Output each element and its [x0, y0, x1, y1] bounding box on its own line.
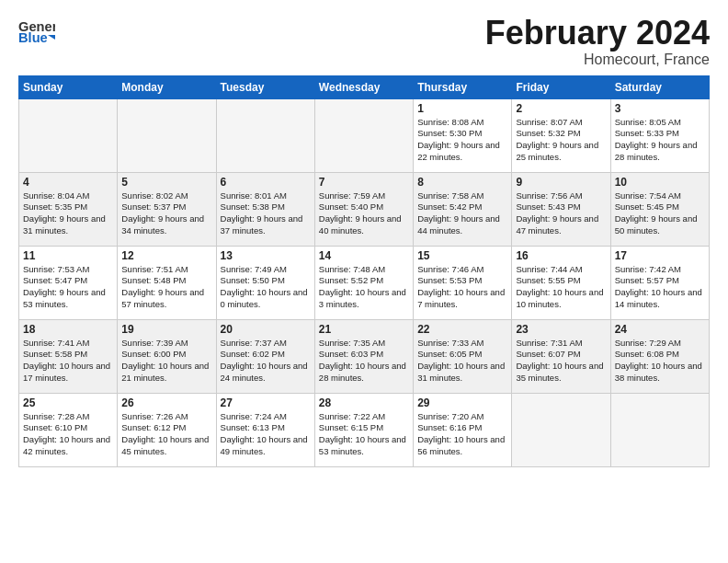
cell-info: Sunrise: 7:42 AM Sunset: 5:57 PM Dayligh… [615, 264, 705, 311]
calendar-cell: 8Sunrise: 7:58 AM Sunset: 5:42 PM Daylig… [414, 172, 512, 246]
day-number: 19 [121, 323, 211, 336]
location: Homecourt, France [485, 52, 710, 68]
day-number: 6 [221, 176, 311, 189]
logo-svg: General Blue [18, 15, 55, 52]
calendar-cell: 24Sunrise: 7:29 AM Sunset: 6:08 PM Dayli… [610, 319, 709, 393]
calendar-cell: 15Sunrise: 7:46 AM Sunset: 5:53 PM Dayli… [414, 246, 512, 319]
day-number: 20 [221, 323, 311, 336]
calendar-week-row: 25Sunrise: 7:28 AM Sunset: 6:10 PM Dayli… [19, 393, 710, 466]
cell-info: Sunrise: 8:05 AM Sunset: 5:33 PM Dayligh… [615, 117, 705, 164]
cell-info: Sunrise: 7:22 AM Sunset: 6:15 PM Dayligh… [319, 411, 409, 458]
cell-info: Sunrise: 7:44 AM Sunset: 5:55 PM Dayligh… [516, 264, 606, 311]
calendar-cell: 16Sunrise: 7:44 AM Sunset: 5:55 PM Dayli… [512, 246, 610, 319]
calendar-header-friday: Friday [512, 75, 610, 98]
calendar-cell: 7Sunrise: 7:59 AM Sunset: 5:40 PM Daylig… [314, 172, 413, 246]
day-number: 10 [615, 176, 705, 189]
calendar-cell: 23Sunrise: 7:31 AM Sunset: 6:07 PM Dayli… [512, 319, 610, 393]
cell-info: Sunrise: 7:37 AM Sunset: 6:02 PM Dayligh… [221, 338, 311, 385]
day-number: 2 [516, 102, 606, 115]
calendar-cell: 17Sunrise: 7:42 AM Sunset: 5:57 PM Dayli… [610, 246, 709, 319]
calendar-cell: 14Sunrise: 7:48 AM Sunset: 5:52 PM Dayli… [314, 246, 413, 319]
cell-info: Sunrise: 7:48 AM Sunset: 5:52 PM Dayligh… [319, 264, 409, 311]
cell-info: Sunrise: 7:49 AM Sunset: 5:50 PM Dayligh… [221, 264, 311, 311]
calendar-cell: 25Sunrise: 7:28 AM Sunset: 6:10 PM Dayli… [19, 393, 118, 466]
calendar-cell [216, 98, 314, 172]
calendar-cell: 4Sunrise: 8:04 AM Sunset: 5:35 PM Daylig… [19, 172, 118, 246]
cell-info: Sunrise: 7:39 AM Sunset: 6:00 PM Dayligh… [121, 338, 211, 385]
day-number: 4 [23, 176, 113, 189]
calendar-week-row: 1Sunrise: 8:08 AM Sunset: 5:30 PM Daylig… [19, 98, 710, 172]
day-number: 24 [615, 323, 705, 336]
day-number: 23 [516, 323, 606, 336]
calendar-week-row: 11Sunrise: 7:53 AM Sunset: 5:47 PM Dayli… [19, 246, 710, 319]
calendar-header-monday: Monday [118, 75, 216, 98]
day-number: 25 [23, 396, 113, 409]
cell-info: Sunrise: 8:02 AM Sunset: 5:37 PM Dayligh… [121, 190, 211, 237]
day-number: 14 [319, 249, 409, 262]
calendar-cell: 9Sunrise: 7:56 AM Sunset: 5:43 PM Daylig… [512, 172, 610, 246]
calendar-cell: 6Sunrise: 8:01 AM Sunset: 5:38 PM Daylig… [216, 172, 314, 246]
title-section: February 2024 Homecourt, France [485, 15, 710, 68]
calendar-header-saturday: Saturday [610, 75, 709, 98]
day-number: 12 [121, 249, 211, 262]
cell-info: Sunrise: 7:53 AM Sunset: 5:47 PM Dayligh… [23, 264, 113, 311]
cell-info: Sunrise: 7:24 AM Sunset: 6:13 PM Dayligh… [221, 411, 311, 458]
cell-info: Sunrise: 8:07 AM Sunset: 5:32 PM Dayligh… [516, 117, 606, 164]
cell-info: Sunrise: 7:35 AM Sunset: 6:03 PM Dayligh… [319, 338, 409, 385]
calendar-cell: 2Sunrise: 8:07 AM Sunset: 5:32 PM Daylig… [512, 98, 610, 172]
calendar-week-row: 4Sunrise: 8:04 AM Sunset: 5:35 PM Daylig… [19, 172, 710, 246]
cell-info: Sunrise: 8:08 AM Sunset: 5:30 PM Dayligh… [417, 117, 507, 164]
calendar-cell: 10Sunrise: 7:54 AM Sunset: 5:45 PM Dayli… [610, 172, 709, 246]
calendar-cell: 18Sunrise: 7:41 AM Sunset: 5:58 PM Dayli… [19, 319, 118, 393]
calendar-cell: 26Sunrise: 7:26 AM Sunset: 6:12 PM Dayli… [118, 393, 216, 466]
cell-info: Sunrise: 7:41 AM Sunset: 5:58 PM Dayligh… [23, 338, 113, 385]
calendar-cell: 11Sunrise: 7:53 AM Sunset: 5:47 PM Dayli… [19, 246, 118, 319]
calendar-cell: 19Sunrise: 7:39 AM Sunset: 6:00 PM Dayli… [118, 319, 216, 393]
calendar-cell: 20Sunrise: 7:37 AM Sunset: 6:02 PM Dayli… [216, 319, 314, 393]
calendar-cell: 27Sunrise: 7:24 AM Sunset: 6:13 PM Dayli… [216, 393, 314, 466]
cell-info: Sunrise: 7:31 AM Sunset: 6:07 PM Dayligh… [516, 338, 606, 385]
cell-info: Sunrise: 8:04 AM Sunset: 5:35 PM Dayligh… [23, 190, 113, 237]
month-title: February 2024 [485, 15, 710, 52]
day-number: 22 [417, 323, 507, 336]
calendar-cell: 22Sunrise: 7:33 AM Sunset: 6:05 PM Dayli… [414, 319, 512, 393]
day-number: 16 [516, 249, 606, 262]
calendar-cell [118, 98, 216, 172]
day-number: 28 [319, 396, 409, 409]
cell-info: Sunrise: 7:20 AM Sunset: 6:16 PM Dayligh… [417, 411, 507, 458]
day-number: 15 [417, 249, 507, 262]
cell-info: Sunrise: 7:58 AM Sunset: 5:42 PM Dayligh… [417, 190, 507, 237]
calendar-week-row: 18Sunrise: 7:41 AM Sunset: 5:58 PM Dayli… [19, 319, 710, 393]
calendar-table: SundayMondayTuesdayWednesdayThursdayFrid… [18, 75, 710, 467]
calendar-cell: 28Sunrise: 7:22 AM Sunset: 6:15 PM Dayli… [314, 393, 413, 466]
cell-info: Sunrise: 7:54 AM Sunset: 5:45 PM Dayligh… [615, 190, 705, 237]
calendar-cell [19, 98, 118, 172]
cell-info: Sunrise: 7:56 AM Sunset: 5:43 PM Dayligh… [516, 190, 606, 237]
svg-text:Blue: Blue [18, 30, 48, 45]
calendar-cell: 13Sunrise: 7:49 AM Sunset: 5:50 PM Dayli… [216, 246, 314, 319]
day-number: 8 [417, 176, 507, 189]
cell-info: Sunrise: 7:46 AM Sunset: 5:53 PM Dayligh… [417, 264, 507, 311]
calendar-header-row: SundayMondayTuesdayWednesdayThursdayFrid… [19, 75, 710, 98]
cell-info: Sunrise: 7:28 AM Sunset: 6:10 PM Dayligh… [23, 411, 113, 458]
calendar-header-wednesday: Wednesday [314, 75, 413, 98]
cell-info: Sunrise: 8:01 AM Sunset: 5:38 PM Dayligh… [221, 190, 311, 237]
calendar-header-thursday: Thursday [414, 75, 512, 98]
cell-info: Sunrise: 7:33 AM Sunset: 6:05 PM Dayligh… [417, 338, 507, 385]
cell-info: Sunrise: 7:29 AM Sunset: 6:08 PM Dayligh… [615, 338, 705, 385]
cell-info: Sunrise: 7:26 AM Sunset: 6:12 PM Dayligh… [121, 411, 211, 458]
calendar-cell [314, 98, 413, 172]
calendar-header-tuesday: Tuesday [216, 75, 314, 98]
day-number: 1 [417, 102, 507, 115]
svg-marker-2 [48, 35, 55, 43]
page: General Blue February 2024 Homecourt, Fr… [0, 0, 728, 563]
calendar-cell: 3Sunrise: 8:05 AM Sunset: 5:33 PM Daylig… [610, 98, 709, 172]
calendar-cell [610, 393, 709, 466]
logo: General Blue [18, 15, 59, 52]
day-number: 3 [615, 102, 705, 115]
header: General Blue February 2024 Homecourt, Fr… [18, 15, 710, 68]
day-number: 11 [23, 249, 113, 262]
calendar-header-sunday: Sunday [19, 75, 118, 98]
day-number: 29 [417, 396, 507, 409]
calendar-cell: 29Sunrise: 7:20 AM Sunset: 6:16 PM Dayli… [414, 393, 512, 466]
